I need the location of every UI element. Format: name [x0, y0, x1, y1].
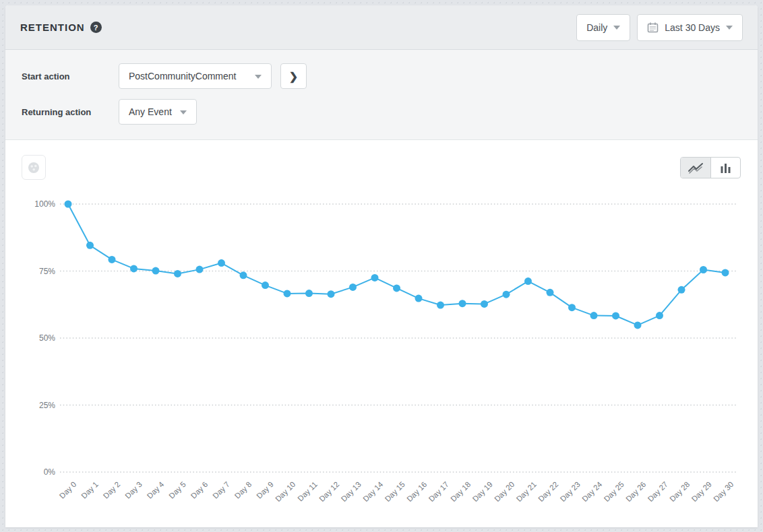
x-axis-tick-label: Day 17 — [427, 480, 450, 503]
data-point-day-11 — [305, 290, 313, 297]
data-point-day-25 — [612, 312, 619, 319]
x-axis-tick-label: Day 12 — [317, 480, 340, 503]
x-axis-tick-label: Day 4 — [146, 480, 166, 500]
retention-controls: Start action PostCommunityComment ❯ Retu… — [5, 50, 758, 140]
line-chart-toggle[interactable] — [681, 158, 710, 178]
date-range-value: Last 30 Days — [665, 22, 720, 33]
x-axis-tick-label: Day 7 — [211, 480, 231, 500]
x-axis-tick-label: Day 26 — [624, 480, 647, 503]
y-axis-tick-label: 50% — [39, 333, 55, 343]
calendar-icon — [647, 22, 659, 33]
data-point-day-13 — [349, 284, 357, 291]
chevron-down-icon — [255, 75, 262, 79]
x-axis-tick-label: Day 27 — [646, 480, 669, 503]
x-axis-tick-label: Day 2 — [102, 480, 122, 500]
chevron-down-icon — [180, 110, 187, 114]
x-axis-tick-label: Day 18 — [449, 480, 472, 503]
x-axis-tick-label: Day 6 — [189, 480, 210, 500]
returning-action-value: Any Event — [129, 106, 172, 117]
granularity-dropdown[interactable]: Daily — [576, 14, 630, 41]
data-point-day-0 — [65, 201, 72, 208]
start-action-select[interactable]: PostCommunityComment — [119, 63, 272, 89]
x-axis-tick-label: Day 10 — [274, 480, 297, 503]
data-point-day-8 — [240, 271, 247, 279]
chart-section: 100%75%50%25%0%Day 0Day 1Day 2Day 3Day 4… — [5, 140, 758, 527]
x-axis-tick-label: Day 28 — [668, 480, 691, 503]
data-point-day-7 — [218, 259, 225, 267]
x-axis-tick-label: Day 29 — [690, 480, 713, 503]
x-axis-tick-label: Day 16 — [405, 480, 428, 503]
data-point-day-3 — [130, 265, 138, 272]
data-point-day-15 — [393, 284, 400, 292]
data-point-day-30 — [722, 269, 729, 276]
x-axis-tick-label: Day 13 — [340, 480, 363, 503]
date-range-dropdown[interactable]: Last 30 Days — [637, 14, 743, 41]
next-step-button[interactable]: ❯ — [280, 63, 307, 89]
segmentation-button[interactable] — [22, 155, 46, 180]
data-point-day-5 — [174, 270, 181, 277]
page-title: RETENTION — [20, 22, 85, 33]
x-axis-tick-label: Day 3 — [123, 480, 144, 500]
data-point-day-14 — [371, 274, 379, 281]
y-axis-tick-label: 100% — [34, 199, 55, 209]
y-axis-tick-label: 25% — [39, 401, 55, 410]
data-point-day-29 — [700, 266, 707, 273]
x-axis-tick-label: Day 9 — [255, 480, 275, 500]
help-icon[interactable]: ? — [90, 22, 102, 33]
x-axis-tick-label: Day 19 — [471, 480, 494, 503]
returning-action-label: Returning action — [22, 107, 119, 117]
x-axis-tick-label: Day 25 — [603, 480, 625, 503]
header-actions: Daily Last 30 Days — [576, 14, 743, 41]
x-axis-tick-label: Day 22 — [537, 480, 559, 503]
data-point-day-18 — [459, 300, 466, 307]
x-axis-tick-label: Day 1 — [80, 480, 100, 500]
data-point-day-16 — [415, 295, 423, 302]
y-axis-tick-label: 0% — [44, 467, 56, 477]
line-chart-icon — [688, 162, 704, 174]
data-point-day-20 — [503, 291, 510, 298]
granularity-value: Daily — [586, 22, 607, 33]
data-point-day-2 — [109, 256, 116, 263]
x-axis-tick-label: Day 24 — [580, 480, 604, 504]
bar-chart-toggle[interactable] — [710, 158, 740, 178]
data-point-day-21 — [524, 277, 532, 285]
chart-type-toggle — [680, 157, 741, 178]
data-point-day-27 — [656, 312, 663, 319]
chevron-down-icon — [613, 26, 620, 30]
data-point-day-10 — [284, 290, 291, 297]
data-point-day-6 — [196, 266, 204, 273]
returning-action-select[interactable]: Any Event — [119, 99, 197, 125]
data-point-day-19 — [481, 300, 488, 308]
returning-action-row: Returning action Any Event — [22, 99, 741, 125]
data-point-day-1 — [86, 242, 94, 249]
x-axis-tick-label: Day 11 — [296, 480, 319, 503]
x-axis-tick-label: Day 30 — [712, 480, 735, 503]
chevron-down-icon — [726, 26, 733, 30]
panel-header: RETENTION ? Daily Last 30 D — [5, 5, 758, 50]
pie-segmentation-icon — [27, 161, 40, 174]
start-action-row: Start action PostCommunityComment ❯ — [22, 63, 741, 89]
data-point-day-22 — [547, 289, 554, 296]
start-action-value: PostCommunityComment — [129, 71, 237, 81]
y-axis-tick-label: 75% — [39, 267, 55, 276]
x-axis-tick-label: Day 20 — [493, 480, 516, 503]
retention-line-chart[interactable]: 100%75%50%25%0%Day 0Day 1Day 2Day 3Day 4… — [5, 140, 758, 527]
data-point-day-4 — [152, 267, 160, 275]
x-axis-tick-label: Day 14 — [361, 480, 385, 504]
data-point-day-9 — [262, 281, 269, 289]
start-action-label: Start action — [22, 71, 119, 81]
x-axis-tick-label: Day 15 — [384, 480, 406, 503]
x-axis-tick-label: Day 23 — [559, 480, 582, 503]
data-point-day-28 — [678, 286, 685, 294]
data-point-day-24 — [590, 312, 598, 319]
x-axis-tick-label: Day 5 — [167, 480, 187, 500]
x-axis-tick-label: Day 0 — [58, 480, 78, 500]
bar-chart-icon — [721, 163, 731, 173]
x-axis-tick-label: Day 8 — [233, 480, 253, 500]
x-axis-tick-label: Day 21 — [515, 480, 538, 503]
data-point-day-17 — [437, 302, 444, 309]
data-point-day-12 — [328, 290, 335, 298]
data-point-day-23 — [568, 304, 576, 311]
data-point-day-26 — [634, 321, 642, 329]
retention-series-line — [68, 204, 725, 325]
